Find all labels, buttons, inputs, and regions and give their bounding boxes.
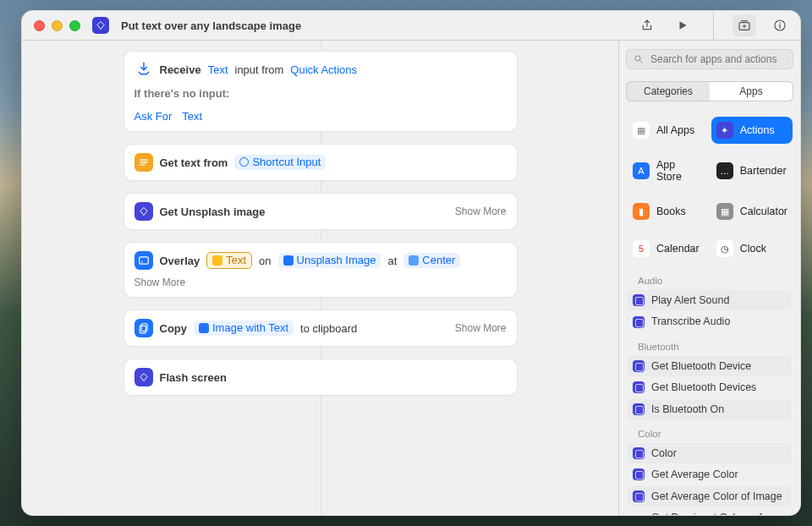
action-app-icon — [633, 447, 645, 459]
unsplash-action-icon — [134, 202, 153, 221]
svg-rect-5 — [140, 326, 145, 333]
ask-for-text[interactable]: Text — [182, 110, 202, 123]
action-label: Get Dominant Colors of Image — [651, 512, 785, 515]
app-icon: ▦ — [716, 203, 733, 220]
overlay-text-token[interactable]: Text — [206, 252, 252, 269]
no-input-header: If there's no input: — [124, 87, 517, 108]
action-flash-screen[interactable]: Flash screen — [123, 359, 518, 396]
action-overlay[interactable]: Overlay Text on Unsplash Image at Center… — [123, 242, 518, 298]
actions-library-sidebar: Categories Apps ▦All Apps✦ActionsAApp St… — [618, 41, 800, 515]
sidebar-scroll[interactable]: ▦All Apps✦ActionsAApp Store…Bartender▮Bo… — [619, 108, 800, 515]
app-label: Calendar — [656, 243, 700, 255]
app-label: Books — [656, 205, 686, 217]
action-item[interactable]: Get Bluetooth Device — [628, 356, 792, 376]
receive-type[interactable]: Text — [208, 63, 228, 76]
action-label: Get Average Color of Image — [651, 490, 782, 502]
app-icon: ◷ — [716, 240, 733, 257]
sidebar-app-actions[interactable]: ✦Actions — [711, 117, 793, 144]
svg-rect-4 — [141, 324, 147, 331]
sidebar-app-clock[interactable]: ◷Clock — [711, 235, 793, 262]
action-get-text[interactable]: Get text from Shortcut Input — [123, 144, 518, 181]
search-icon — [634, 54, 644, 64]
app-label: Actions — [740, 124, 775, 136]
shortcuts-window: Put text over any landscape image — [21, 10, 801, 516]
copy-token[interactable]: Image with Text — [194, 321, 294, 336]
sidebar-app-books[interactable]: ▮Books — [628, 198, 705, 225]
svg-point-6 — [635, 56, 640, 61]
unsplash-show-more[interactable]: Show More — [455, 205, 507, 217]
sidebar-app-calculator[interactable]: ▦Calculator — [711, 198, 793, 225]
action-item[interactable]: Is Bluetooth On — [628, 399, 792, 419]
sidebar-app-app-store[interactable]: AApp Store — [628, 154, 705, 188]
action-get-unsplash[interactable]: Get Unsplash image Show More — [123, 193, 518, 230]
action-app-icon — [633, 360, 645, 372]
window-controls — [34, 20, 80, 31]
action-label: Get Bluetooth Devices — [651, 381, 756, 393]
sidebar-app-all-apps[interactable]: ▦All Apps — [628, 117, 705, 144]
workflow-editor[interactable]: Receive Text input from Quick Actions If… — [22, 41, 618, 515]
sidebar-app-bartender[interactable]: …Bartender — [711, 154, 793, 188]
titlebar: Put text over any landscape image — [22, 11, 800, 41]
segment-categories[interactable]: Categories — [627, 82, 710, 101]
app-icon: ▮ — [633, 203, 650, 220]
sidebar-app-calendar[interactable]: 5Calendar — [628, 235, 705, 262]
action-app-icon — [633, 468, 645, 480]
overlay-position-token[interactable]: Center — [403, 253, 460, 268]
flash-icon — [134, 368, 153, 386]
app-label: Calculator — [740, 205, 787, 217]
app-icon: 5 — [633, 240, 650, 257]
action-item[interactable]: Get Average Color of Image — [628, 486, 792, 507]
minimize-window-button[interactable] — [52, 20, 63, 31]
svg-rect-3 — [139, 257, 148, 264]
action-item[interactable]: Color — [628, 443, 792, 463]
app-label: All Apps — [656, 124, 694, 136]
segment-apps[interactable]: Apps — [710, 82, 793, 101]
copy-to: to clipboard — [300, 322, 357, 335]
search-input[interactable] — [649, 52, 786, 66]
app-label: Bartender — [740, 165, 787, 177]
app-icon: ▦ — [633, 122, 650, 139]
action-receive-input[interactable]: Receive Text input from Quick Actions If… — [123, 51, 518, 132]
copy-show-more[interactable]: Show More — [455, 322, 507, 334]
section-title-color: Color — [624, 420, 795, 442]
action-copy[interactable]: Copy Image with Text to clipboard Show M… — [123, 310, 518, 347]
gettext-token[interactable]: Shortcut Input — [234, 155, 326, 170]
svg-point-2 — [779, 22, 781, 24]
svg-rect-0 — [739, 23, 749, 30]
close-window-button[interactable] — [34, 20, 45, 31]
receive-middle: input from — [235, 63, 284, 76]
copy-icon — [134, 319, 153, 337]
share-button[interactable] — [635, 14, 659, 36]
action-label: Get Bluetooth Device — [651, 360, 751, 372]
app-icon: A — [633, 162, 650, 179]
action-label: Get Average Color — [651, 468, 738, 480]
run-button[interactable] — [671, 14, 694, 36]
gettext-label: Get text from — [160, 156, 228, 169]
unsplash-label: Get Unsplash image — [160, 205, 266, 218]
library-segmented-control[interactable]: Categories Apps — [626, 81, 793, 101]
action-item[interactable]: Transcribe Audio — [628, 311, 792, 331]
info-button[interactable] — [768, 14, 792, 36]
ask-for-link[interactable]: Ask For — [134, 110, 173, 123]
app-label: App Store — [656, 159, 700, 183]
action-item[interactable]: Get Dominant Colors of Image — [628, 507, 792, 515]
actions-search[interactable] — [626, 49, 793, 69]
shortcut-app-icon — [92, 17, 109, 34]
section-title-bluetooth: Bluetooth — [624, 333, 795, 355]
library-toggle-button[interactable] — [732, 14, 756, 36]
app-icon: … — [716, 162, 733, 179]
receive-source[interactable]: Quick Actions — [290, 63, 357, 76]
text-icon — [134, 153, 153, 172]
overlay-show-more[interactable]: Show More — [134, 277, 186, 288]
overlay-image-token[interactable]: Unsplash Image — [278, 253, 381, 268]
action-label: Transcribe Audio — [651, 315, 730, 327]
window-title: Put text over any landscape image — [121, 19, 301, 32]
overlay-at: at — [387, 255, 397, 267]
action-item[interactable]: Get Bluetooth Devices — [628, 377, 792, 397]
action-label: Is Bluetooth On — [651, 403, 724, 415]
action-item[interactable]: Get Average Color — [628, 464, 792, 485]
svg-point-1 — [775, 20, 785, 30]
zoom-window-button[interactable] — [69, 20, 80, 31]
action-item[interactable]: Play Alert Sound — [628, 290, 792, 310]
overlay-label: Overlay — [160, 255, 200, 267]
